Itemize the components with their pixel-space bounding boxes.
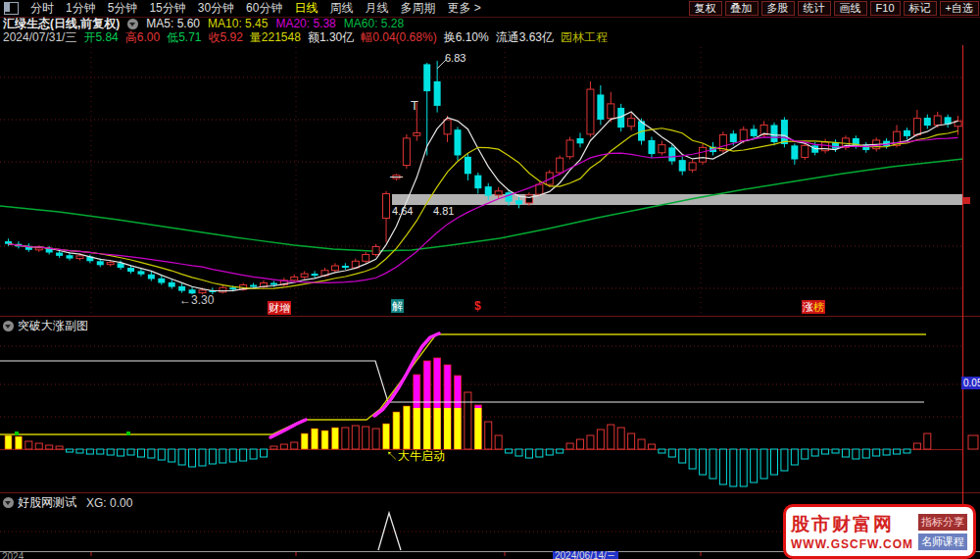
window-layout-icon[interactable] [4, 2, 19, 15]
dash-marker-annotation: — [390, 169, 403, 183]
period-tab-4[interactable]: 30分钟 [192, 0, 240, 17]
toolbar-button-6[interactable]: 标记 [904, 1, 937, 16]
change-value: 幅0.04(0.68%) [361, 29, 436, 46]
toolbar-button-1[interactable]: 叠加 [725, 1, 759, 16]
close-value: 收5.92 [208, 29, 242, 46]
watermark-badges: 指标分享 名师课程 [918, 514, 967, 550]
ma5-value: MA5: 5.60 [146, 17, 200, 30]
indicator-value-badge: 0.05 [961, 377, 980, 389]
period-tab-7[interactable]: 周线 [323, 0, 359, 17]
period-tab-8[interactable]: 月线 [359, 0, 394, 17]
toolbar-buttons: 复权叠加多股统计画线F10标记+自选 [689, 1, 979, 16]
marker-zhang-char: 涨 [803, 301, 813, 313]
watermark-title: 股市财富网 [791, 512, 913, 537]
marker-bang-char: 榜 [813, 301, 824, 313]
toolbar-button-5[interactable]: F10 [870, 1, 901, 16]
period-tab-1[interactable]: 1分钟 [60, 0, 102, 17]
watermark-text-block: 股市财富网 WWW.GSCFW.COM [791, 512, 913, 551]
period-tab-6[interactable]: 日线 [288, 0, 323, 17]
top-menu-bar: 分时1分钟5分钟15分钟30分钟60分钟日线周线月线多周期更多 > 复权叠加多股… [0, 0, 980, 18]
marker-caizeng[interactable]: 财增 [268, 301, 291, 315]
marker-dollar[interactable]: $ [474, 299, 481, 313]
toolbar-button-7[interactable]: +自选 [940, 1, 979, 16]
bull-start-annotation: ↖大牛启动 [386, 448, 445, 465]
low-value: 低5.71 [167, 29, 201, 46]
indicator-panel-title[interactable]: 突破大涨副图 [18, 318, 88, 334]
period-tab-9[interactable]: 多周期 [394, 0, 441, 17]
t-marker-annotation: T [411, 98, 418, 113]
period-tab-3[interactable]: 15分钟 [143, 0, 191, 17]
marker-zhangbang[interactable]: 涨榜 [802, 300, 825, 314]
band-high-label: 4.81 [433, 205, 454, 217]
float-shares-value: 流通3.63亿 [496, 29, 554, 46]
xg-value: XG: 0.00 [86, 496, 132, 510]
open-value: 开5.84 [83, 29, 118, 46]
ma10-value: MA10: 5.45 [208, 17, 268, 30]
toolbar-button-3[interactable]: 统计 [798, 1, 831, 16]
period-tab-5[interactable]: 60分钟 [240, 0, 288, 17]
collapse-indicator-icon[interactable] [3, 321, 14, 331]
collapse-bottom-icon[interactable] [3, 497, 14, 508]
collapse-main-chart-icon[interactable] [127, 19, 138, 29]
amount-value: 额1.30亿 [308, 29, 354, 46]
bottom-panel-header: 好股网测试 XG: 0.00 [3, 494, 132, 511]
period-tab-2[interactable]: 5分钟 [102, 0, 144, 17]
volume-value: 量221548 [250, 29, 301, 46]
info-bar: 2024/07/31/三 开5.84 高6.00 低5.71 收5.92 量22… [0, 30, 980, 45]
indicator-panel-header: 突破大涨副图 [3, 318, 88, 334]
band-low-label: 4.64 [392, 205, 413, 217]
watermark-box[interactable]: 股市财富网 WWW.GSCFW.COM 指标分享 名师课程 [783, 504, 976, 559]
toolbar-button-0[interactable]: 复权 [689, 1, 722, 16]
watermark-badge-indicator-share: 指标分享 [918, 514, 967, 531]
bottom-panel-title[interactable]: 好股网测试 [18, 494, 76, 511]
axis-date-left: 2024 [2, 551, 24, 559]
turnover-value: 换6.10% [444, 29, 489, 46]
ma60-value: MA60: 5.28 [344, 17, 404, 30]
period-tabs: 分时1分钟5分钟15分钟30分钟60分钟日线周线月线多周期更多 > [24, 0, 487, 17]
sector-label[interactable]: 园林工程 [561, 29, 608, 46]
chart-canvas[interactable] [0, 0, 980, 559]
date-value: 2024/07/31/三 [3, 29, 76, 46]
title-bar: 汇绿生态(日线,前复权) MA5: 5.60 MA10: 5.45 MA20: … [0, 17, 980, 30]
low-price-annotation: ←3.30 [179, 293, 214, 307]
ma20-value: MA20: 5.38 [275, 17, 335, 30]
period-tab-10[interactable]: 更多 > [441, 0, 486, 17]
toolbar-button-4[interactable]: 画线 [834, 1, 867, 16]
marker-jie[interactable]: 解 [391, 299, 404, 313]
high-value: 高6.00 [125, 29, 160, 46]
period-tab-0[interactable]: 分时 [24, 0, 60, 17]
toolbar-button-2[interactable]: 多股 [761, 1, 795, 16]
watermark-url: WWW.GSCFW.COM [791, 537, 913, 551]
peak-price-annotation: 6.83 [445, 52, 466, 64]
watermark-badge-courses: 名师课程 [918, 534, 967, 550]
axis-date-highlight: 2024/06/14/三 [553, 551, 618, 559]
